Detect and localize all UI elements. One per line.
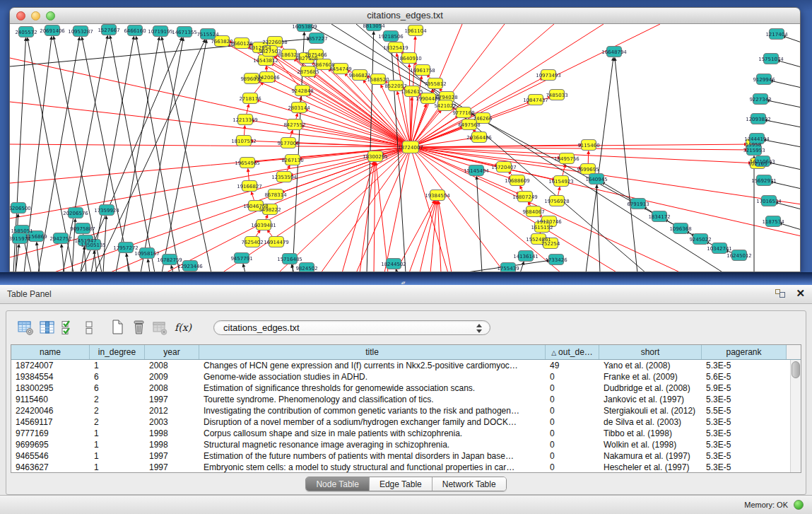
table-row[interactable]: 969969511998Structural magnetic resonanc… <box>11 439 790 450</box>
table-cell: 9463627 <box>11 462 90 473</box>
table-cell: 1 <box>90 450 145 462</box>
table-cell: Stergiakouli et al. (2012) <box>599 405 702 416</box>
table-cell: Estimation of significance thresholds fo… <box>199 382 546 394</box>
table-tabs: Node TableEdge TableNetwork Table <box>305 477 506 491</box>
table-cell: Tourette syndrome. Phenomenology and cla… <box>199 394 546 405</box>
column-header-in-degree[interactable]: in_degree <box>90 345 145 359</box>
table-cell: 1 <box>90 428 145 439</box>
table-row[interactable]: 911546021997Tourette syndrome. Phenomeno… <box>11 394 790 405</box>
table-cell: 0 <box>546 382 599 394</box>
column-header-year[interactable]: year <box>145 345 199 359</box>
column-visibility-icon[interactable] <box>38 318 55 337</box>
table-row[interactable]: 946554611997Estimation of the future num… <box>11 450 790 462</box>
close-panel-icon[interactable]: ✕ <box>796 288 805 299</box>
delete-table-icon[interactable] <box>130 318 147 337</box>
table-cell: 5.3E-5 <box>702 462 787 473</box>
application-root: citations_edges.txt ▴▾ Table Panel ✕ <box>0 0 812 514</box>
table-cell: Yano et al. (2008) <box>599 360 702 371</box>
table-row[interactable]: 1830029562008Estimation of significance … <box>11 382 790 394</box>
table-panel-content: f(x) citations_edges.txt namein_degreeye… <box>6 310 806 495</box>
table-cell: 0 <box>546 371 599 382</box>
table-cell: Dudbridge et al. (2008) <box>599 382 702 394</box>
node-table: namein_degreeyeartitle△out_de…shortpager… <box>11 344 801 473</box>
tab-network-table[interactable]: Network Table <box>432 477 506 491</box>
import-table-icon[interactable] <box>151 318 168 337</box>
table-cell: 1997 <box>145 462 199 473</box>
table-header-row: namein_degreeyeartitle△out_de…shortpager… <box>11 345 801 360</box>
table-cell: 0 <box>546 405 599 416</box>
column-select-icon[interactable] <box>59 318 76 337</box>
table-cell: 1997 <box>145 394 199 405</box>
column-header-short[interactable]: short <box>599 345 702 359</box>
table-row[interactable]: 1938455462009Genome-wide association stu… <box>11 371 790 382</box>
window-controls <box>16 11 55 21</box>
table-cell: 1998 <box>145 439 199 450</box>
table-cell: 1998 <box>145 428 199 439</box>
table-cell: 0 <box>546 428 599 439</box>
float-panel-icon[interactable] <box>775 288 787 299</box>
row-select-icon[interactable] <box>81 318 98 337</box>
table-cell: 18300295 <box>11 382 90 394</box>
table-scrollbar[interactable] <box>790 360 801 472</box>
table-cell: 6 <box>90 382 145 394</box>
table-row[interactable]: 1456911722003Disruption of a novel membe… <box>11 416 790 428</box>
table-row[interactable]: 977716911998Corpus callosum shape and si… <box>11 428 790 439</box>
function-builder-icon[interactable]: f(x) <box>172 318 194 337</box>
table-panel-header: Table Panel ✕ <box>0 285 812 304</box>
table-cell: 5.3E-5 <box>702 416 787 428</box>
table-cell: de Silva et al. (2003) <box>599 416 702 428</box>
table-cell: 0 <box>546 450 599 462</box>
table-panel-title: Table Panel <box>7 289 52 299</box>
table-cell: 2009 <box>145 371 199 382</box>
table-cell: 0 <box>546 439 599 450</box>
minimize-icon[interactable] <box>31 11 40 21</box>
tab-edge-table[interactable]: Edge Table <box>369 477 432 491</box>
tab-node-table[interactable]: Node Table <box>306 477 369 491</box>
table-cell: 5.5E-5 <box>702 405 787 416</box>
table-cell: 14569117 <box>11 416 90 428</box>
table-cell: Embryonic stem cells: a model to study s… <box>199 462 546 473</box>
table-cell: 9777169 <box>11 428 90 439</box>
column-header-out-de-[interactable]: △out_de… <box>546 345 599 359</box>
column-header-name[interactable]: name <box>11 345 90 359</box>
network-canvas[interactable] <box>10 24 801 272</box>
table-cell: 2003 <box>145 416 199 428</box>
table-cell: 6 <box>90 371 145 382</box>
table-cell: 0 <box>546 416 599 428</box>
network-table-selector[interactable]: citations_edges.txt <box>213 320 490 335</box>
sort-ascending-icon: △ <box>551 349 556 356</box>
table-cell: 5.3E-5 <box>702 360 787 371</box>
table-cell: 2 <box>90 405 145 416</box>
column-header-pagerank[interactable]: pagerank <box>702 345 787 359</box>
table-row[interactable]: 1872400712008Changes of HCN gene express… <box>11 360 790 371</box>
table-row[interactable]: 2242004622012Investigating the contribut… <box>11 405 790 416</box>
table-cell: 9465546 <box>11 450 90 462</box>
table-cell: 22420046 <box>11 405 90 416</box>
table-settings-icon[interactable] <box>17 318 34 337</box>
zoom-icon[interactable] <box>46 11 55 21</box>
table-cell: 9699695 <box>11 439 90 450</box>
network-window[interactable]: citations_edges.txt <box>9 7 801 272</box>
table-cell: Genome-wide association studies in ADHD. <box>199 371 546 382</box>
network-desktop: citations_edges.txt ▴▾ <box>0 0 812 285</box>
table-scrollbar-thumb[interactable] <box>792 361 800 378</box>
network-window-titlebar[interactable]: citations_edges.txt <box>10 8 800 24</box>
memory-indicator-icon[interactable] <box>794 500 804 510</box>
table-cell: 19384554 <box>11 371 90 382</box>
table-body: 1872400712008Changes of HCN gene express… <box>11 360 801 472</box>
table-cell: Investigating the contribution of common… <box>199 405 546 416</box>
new-table-icon[interactable] <box>109 318 126 337</box>
network-table-selector-value: citations_edges.txt <box>223 321 300 335</box>
table-cell: Disruption of a novel member of a sodium… <box>199 416 546 428</box>
close-icon[interactable] <box>16 11 25 21</box>
table-cell: 5.6E-5 <box>702 371 787 382</box>
column-header-title[interactable]: title <box>199 345 546 359</box>
table-cell: Jankovic et al. (1997) <box>599 394 702 405</box>
selector-stepper-icon <box>476 324 483 333</box>
table-cell: Structural magnetic resonance image aver… <box>199 439 546 450</box>
table-cell: 9115460 <box>11 394 90 405</box>
table-cell: 2 <box>90 394 145 405</box>
table-row[interactable]: 946362711997Embryonic stem cells: a mode… <box>11 462 790 473</box>
table-cell: 5.3E-5 <box>702 428 787 439</box>
table-cell: 1 <box>90 360 145 371</box>
